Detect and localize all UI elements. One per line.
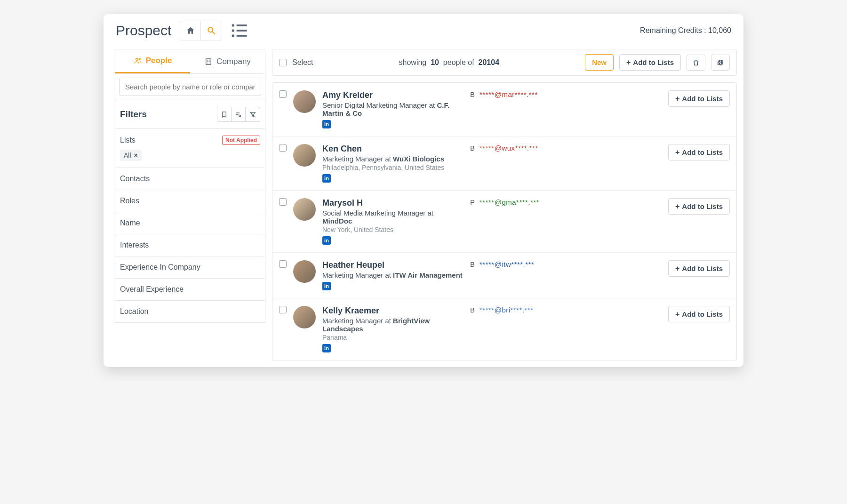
tab-people[interactable]: People	[115, 49, 190, 73]
svg-point-9	[139, 58, 140, 60]
filter-off-icon[interactable]	[246, 107, 260, 121]
linkedin-icon[interactable]: in	[322, 120, 331, 128]
svg-line-20	[240, 116, 241, 117]
search-input[interactable]	[119, 78, 261, 96]
plus-icon: +	[675, 265, 679, 272]
row-checkbox[interactable]	[279, 306, 287, 313]
person-name[interactable]: Amy Kreider	[322, 90, 463, 100]
person-location: Philadelphia, Pennsylvania, United State…	[322, 164, 463, 171]
row-add-to-lists-button[interactable]: + Add to Lists	[668, 90, 730, 107]
new-button[interactable]: New	[585, 54, 614, 71]
person-name[interactable]: Heather Heupel	[322, 260, 463, 270]
chip-remove-icon[interactable]: ×	[134, 152, 138, 159]
tab-company[interactable]: Company	[190, 49, 265, 73]
filter-section[interactable]: Overall Experience	[115, 278, 265, 300]
svg-point-0	[208, 27, 213, 32]
select-label: Select	[292, 58, 313, 67]
entity-tabs: People Company	[115, 49, 265, 74]
filter-label: Roles	[120, 197, 139, 205]
email-mask[interactable]: *****@wux****.***	[479, 144, 538, 152]
filter-lists[interactable]: Lists Not Applied All ×	[115, 128, 265, 168]
list-icon[interactable]	[230, 21, 250, 40]
plus-icon: +	[675, 149, 679, 156]
select-all-checkbox[interactable]	[279, 59, 287, 66]
bookmark-icon[interactable]	[217, 107, 232, 121]
person-title: Marketing Manager at BrightView Landscap…	[322, 317, 463, 333]
avatar	[293, 198, 316, 221]
filter-label: Location	[120, 307, 149, 315]
home-icon[interactable]	[180, 21, 201, 40]
row-add-to-lists-button[interactable]: + Add to Lists	[668, 144, 730, 160]
svg-rect-10	[206, 59, 211, 64]
avatar	[293, 260, 316, 283]
result-row: Heather Heupel Marketing Manager at ITW …	[272, 253, 736, 298]
person-title: Marketing Manager at ITW Air Management	[322, 271, 463, 279]
linkedin-icon[interactable]: in	[322, 282, 331, 290]
svg-rect-7	[237, 35, 247, 37]
row-checkbox[interactable]	[279, 198, 287, 206]
filter-section[interactable]: Location	[115, 300, 265, 323]
row-add-to-lists-button[interactable]: + Add to Lists	[668, 306, 730, 322]
delete-button[interactable]	[687, 55, 705, 71]
filter-section[interactable]: Roles	[115, 190, 265, 212]
search-icon[interactable]	[201, 21, 222, 40]
filter-section[interactable]: Name	[115, 212, 265, 234]
person-name[interactable]: Marysol H	[322, 198, 463, 208]
svg-point-4	[232, 29, 235, 32]
email-type: B	[470, 306, 475, 314]
svg-rect-5	[237, 30, 247, 32]
person-title: Senior Digital Marketing Manager at C.F.…	[322, 101, 463, 117]
row-checkbox[interactable]	[279, 90, 287, 98]
filter-label: Overall Experience	[120, 285, 184, 293]
filter-search-icon[interactable]	[232, 107, 246, 121]
chip-all[interactable]: All ×	[120, 150, 142, 161]
results-toolbar: Select showing 10 people of 20104 New + …	[272, 49, 737, 76]
email-mask[interactable]: *****@itw****.***	[479, 260, 534, 268]
row-add-to-lists-button[interactable]: + Add to Lists	[668, 198, 730, 215]
person-name[interactable]: Kelly Kraemer	[322, 306, 463, 316]
result-row: Amy Kreider Senior Digital Marketing Man…	[272, 83, 736, 136]
person-location: Panama	[322, 334, 463, 341]
filter-label: Experience In Company	[120, 263, 200, 271]
person-title: Social Media Marketing Manager at MindDo…	[322, 209, 463, 225]
email-mask[interactable]: *****@gma****.***	[479, 198, 539, 206]
avatar	[293, 144, 316, 167]
linkedin-icon[interactable]: in	[322, 174, 331, 183]
linkedin-icon[interactable]: in	[322, 236, 331, 245]
filters-title: Filters	[120, 109, 147, 120]
svg-point-6	[232, 34, 235, 37]
nav-icon-group	[180, 21, 222, 40]
add-to-lists-button[interactable]: + Add to Lists	[619, 54, 681, 71]
svg-line-1	[213, 32, 215, 34]
app-title: Prospect	[116, 23, 171, 39]
badge-not-applied: Not Applied	[222, 136, 260, 145]
results-list: Amy Kreider Senior Digital Marketing Man…	[272, 82, 737, 360]
filter-label: Interests	[120, 241, 149, 249]
filter-section[interactable]: Experience In Company	[115, 256, 265, 278]
filter-label: Name	[120, 219, 140, 227]
refresh-button[interactable]	[711, 55, 730, 71]
linkedin-icon[interactable]: in	[322, 344, 331, 352]
tab-people-label: People	[146, 56, 172, 65]
sidebar: People Company Filters	[115, 49, 265, 360]
filter-section[interactable]: Contacts	[115, 168, 265, 190]
filter-lists-label: Lists	[120, 136, 136, 144]
content: Select showing 10 people of 20104 New + …	[272, 49, 737, 360]
filter-label: Contacts	[120, 175, 150, 183]
avatar	[293, 306, 316, 328]
row-checkbox[interactable]	[279, 260, 287, 268]
topbar: Prospect Remaining Credits : 10,060	[104, 14, 743, 49]
email-mask[interactable]: *****@bri****.***	[479, 306, 534, 314]
filter-section[interactable]: Interests	[115, 234, 265, 256]
svg-rect-3	[237, 24, 247, 26]
result-row: Kelly Kraemer Marketing Manager at Brigh…	[272, 298, 736, 360]
email-type: B	[470, 144, 475, 152]
svg-point-2	[232, 24, 235, 27]
avatar	[293, 90, 316, 113]
email-mask[interactable]: *****@mar****.***	[479, 90, 538, 98]
row-add-to-lists-button[interactable]: + Add to Lists	[668, 260, 730, 277]
row-checkbox[interactable]	[279, 144, 287, 152]
plus-icon: +	[675, 95, 679, 103]
person-name[interactable]: Ken Chen	[322, 144, 463, 154]
person-location: New York, United States	[322, 226, 463, 233]
